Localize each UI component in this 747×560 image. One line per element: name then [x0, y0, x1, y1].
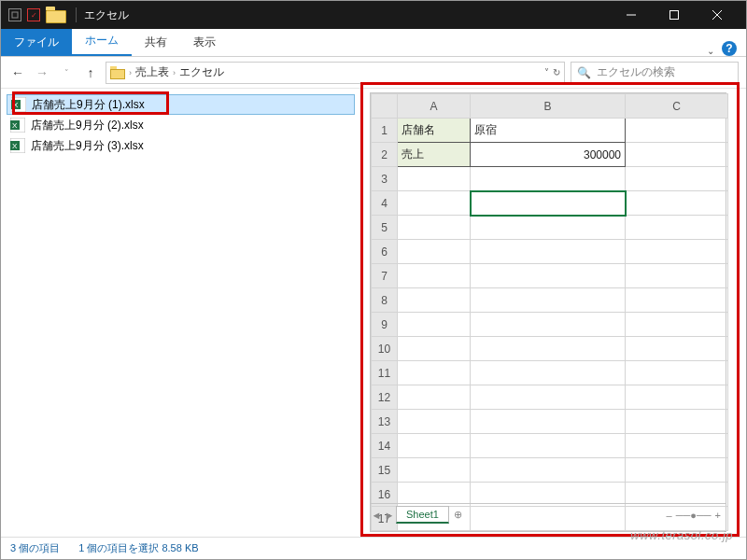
cell[interactable]: 店舗名: [398, 119, 471, 143]
cell[interactable]: 300000: [471, 143, 626, 167]
search-icon: 🔍: [577, 66, 591, 79]
cell[interactable]: [626, 143, 728, 167]
address-bar[interactable]: › 売上表 › エクセル ˅ ↻: [106, 62, 565, 84]
row-header[interactable]: 7: [372, 264, 398, 288]
zoom-out-icon[interactable]: –: [667, 510, 672, 521]
row-header[interactable]: 3: [372, 167, 398, 191]
nav-up-button[interactable]: ↑: [81, 63, 100, 82]
row-header[interactable]: 11: [372, 361, 398, 385]
row-header[interactable]: 1: [372, 119, 398, 143]
row-header[interactable]: 10: [372, 337, 398, 361]
maximize-button[interactable]: [653, 1, 696, 29]
select-all-corner[interactable]: [372, 94, 398, 119]
cell[interactable]: [471, 167, 626, 191]
cell[interactable]: [471, 216, 626, 240]
column-header[interactable]: C: [626, 94, 728, 119]
cell[interactable]: 原宿: [471, 119, 626, 143]
cell[interactable]: [626, 191, 728, 216]
column-header[interactable]: B: [471, 94, 626, 119]
cell[interactable]: [398, 458, 471, 483]
cell[interactable]: [626, 119, 728, 143]
cell[interactable]: [471, 385, 626, 410]
cell[interactable]: [626, 240, 728, 264]
breadcrumb[interactable]: 売上表: [135, 64, 169, 80]
cell[interactable]: [471, 337, 626, 361]
active-cell[interactable]: [471, 191, 626, 216]
cell[interactable]: [626, 361, 728, 385]
cell[interactable]: [398, 361, 471, 385]
sheet-tab[interactable]: Sheet1: [396, 506, 449, 524]
sheet-nav-next-icon[interactable]: ►: [383, 510, 396, 521]
cell[interactable]: [626, 288, 728, 313]
row-header[interactable]: 8: [372, 288, 398, 313]
row-header[interactable]: 9: [372, 313, 398, 337]
breadcrumb[interactable]: エクセル: [179, 64, 224, 80]
cell[interactable]: [626, 313, 728, 337]
cell[interactable]: [626, 216, 728, 240]
nav-recent-chevron-icon[interactable]: ˅: [57, 63, 76, 82]
file-item[interactable]: X 店舗売上9月分 (2).xlsx: [7, 115, 355, 135]
cell[interactable]: [626, 458, 728, 483]
cell[interactable]: [398, 313, 471, 337]
cell[interactable]: [471, 288, 626, 313]
cell[interactable]: [626, 385, 728, 410]
minimize-button[interactable]: [610, 1, 653, 29]
cell[interactable]: [471, 264, 626, 288]
sheet-nav-prev-icon[interactable]: ◄: [370, 510, 383, 521]
cell[interactable]: [398, 167, 471, 191]
tab-home[interactable]: ホーム: [72, 27, 132, 56]
file-item[interactable]: X 店舗売上9月分 (3).xlsx: [7, 135, 355, 156]
search-box[interactable]: 🔍 エクセルの検索: [571, 62, 739, 84]
file-list: X 店舗売上9月分 (1).xlsx X 店舗売上9月分 (2).xlsx X …: [1, 89, 360, 537]
refresh-button[interactable]: ↻: [553, 67, 560, 77]
cell[interactable]: [398, 240, 471, 264]
cell[interactable]: [471, 410, 626, 434]
ribbon-tabs: ファイル ホーム 共有 表示 ⌄ ?: [1, 29, 746, 57]
nav-forward-button[interactable]: →: [33, 63, 51, 82]
row-header[interactable]: 5: [372, 216, 398, 240]
column-header[interactable]: A: [398, 94, 471, 119]
cell[interactable]: [398, 434, 471, 458]
row-header[interactable]: 6: [372, 240, 398, 264]
row-header[interactable]: 13: [372, 410, 398, 434]
qat-properties-icon[interactable]: ✓: [27, 8, 40, 21]
zoom-in-icon[interactable]: +: [715, 510, 721, 521]
zoom-slider[interactable]: ──●──: [676, 510, 712, 521]
cell[interactable]: [398, 410, 471, 434]
ribbon-expand-chevron-icon[interactable]: ⌄: [707, 46, 714, 56]
chevron-right-icon[interactable]: ›: [173, 68, 176, 77]
tab-view[interactable]: 表示: [180, 29, 229, 56]
cell[interactable]: [398, 216, 471, 240]
tab-share[interactable]: 共有: [132, 29, 180, 56]
cell[interactable]: [471, 434, 626, 458]
cell[interactable]: [398, 337, 471, 361]
row-header[interactable]: 2: [372, 143, 398, 167]
cell[interactable]: [398, 191, 471, 216]
cell[interactable]: [626, 264, 728, 288]
row-header[interactable]: 4: [372, 191, 398, 216]
cell[interactable]: 売上: [398, 143, 471, 167]
cell[interactable]: [626, 167, 728, 191]
cell[interactable]: [626, 434, 728, 458]
cell[interactable]: [626, 410, 728, 434]
cell[interactable]: [471, 240, 626, 264]
qat-pin-icon[interactable]: [8, 8, 21, 21]
file-item[interactable]: X 店舗売上9月分 (1).xlsx: [7, 94, 355, 115]
row-header[interactable]: 15: [372, 458, 398, 483]
cell[interactable]: [398, 264, 471, 288]
close-button[interactable]: [696, 1, 739, 29]
cell[interactable]: [471, 458, 626, 483]
chevron-right-icon[interactable]: ›: [129, 68, 132, 77]
cell[interactable]: [398, 385, 471, 410]
cell[interactable]: [471, 361, 626, 385]
cell[interactable]: [626, 337, 728, 361]
new-sheet-button[interactable]: ⊕: [449, 509, 468, 521]
help-button[interactable]: ?: [722, 41, 737, 56]
address-dropdown-icon[interactable]: ˅: [544, 67, 549, 77]
row-header[interactable]: 12: [372, 385, 398, 410]
cell[interactable]: [398, 288, 471, 313]
nav-back-button[interactable]: ←: [8, 63, 27, 82]
cell[interactable]: [471, 313, 626, 337]
tab-file[interactable]: ファイル: [1, 29, 72, 56]
row-header[interactable]: 14: [372, 434, 398, 458]
